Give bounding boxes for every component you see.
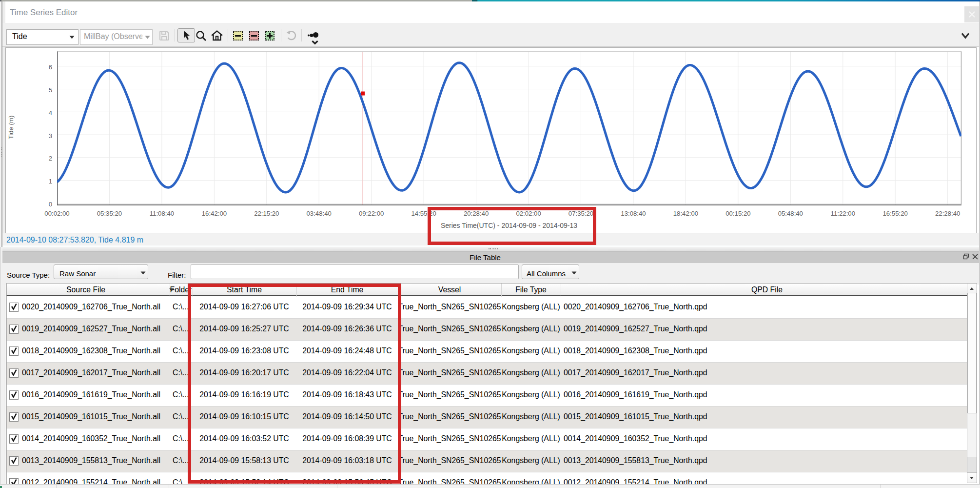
svg-text:0: 0 <box>49 201 52 208</box>
svg-text:4: 4 <box>49 109 52 117</box>
svg-text:22:15:20: 22:15:20 <box>254 210 279 217</box>
svg-text:22:28:40: 22:28:40 <box>935 210 960 217</box>
svg-text:3: 3 <box>49 132 52 140</box>
svg-text:16:55:20: 16:55:20 <box>883 210 908 217</box>
svg-text:05:35:20: 05:35:20 <box>97 210 122 217</box>
svg-text:00:15:20: 00:15:20 <box>725 210 750 217</box>
svg-text:00:02:00: 00:02:00 <box>44 210 69 217</box>
svg-text:09:22:00: 09:22:00 <box>359 210 384 217</box>
svg-text:2: 2 <box>49 155 52 162</box>
svg-text:05:48:40: 05:48:40 <box>778 210 803 217</box>
svg-text:Tide (m): Tide (m) <box>7 116 15 140</box>
svg-text:1: 1 <box>49 178 52 185</box>
svg-text:18:42:00: 18:42:00 <box>673 210 698 217</box>
svg-text:11:08:40: 11:08:40 <box>150 210 174 217</box>
svg-text:11:22:00: 11:22:00 <box>831 210 855 217</box>
svg-text:03:48:40: 03:48:40 <box>307 210 332 217</box>
svg-text:6: 6 <box>49 63 52 71</box>
svg-text:16:42:00: 16:42:00 <box>202 210 227 217</box>
svg-text:5: 5 <box>49 86 52 94</box>
svg-text:13:08:40: 13:08:40 <box>621 210 646 217</box>
